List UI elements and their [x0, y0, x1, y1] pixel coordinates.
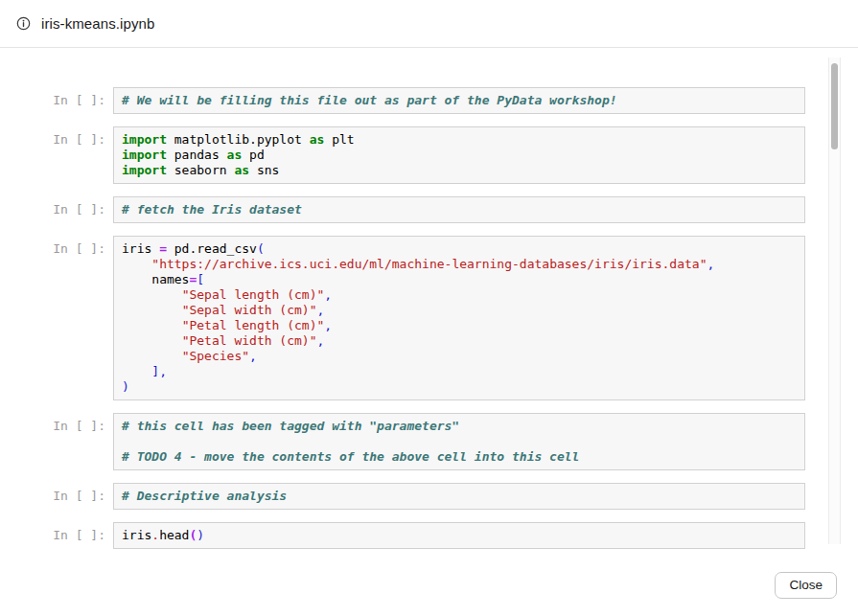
notebook-scroll-area[interactable]: In [ ]:# We will be filling this file ou…	[0, 48, 858, 556]
cell-prompt: In [ ]:	[53, 522, 105, 543]
notebook-cell: In [ ]:iris = pd.read_csv( "https://arch…	[53, 236, 805, 400]
cell-prompt: In [ ]:	[53, 413, 105, 434]
notebook-cell: In [ ]:import matplotlib.pyplot as plt i…	[53, 126, 805, 184]
notebook-cell: In [ ]:# this cell has been tagged with …	[53, 413, 805, 470]
close-button[interactable]: Close	[775, 572, 837, 599]
scrollbar-track[interactable]	[828, 57, 841, 544]
cell-prompt: In [ ]:	[53, 483, 105, 504]
cell-code-box[interactable]: iris.head()	[113, 522, 805, 549]
cell-code-box[interactable]: # fetch the Iris dataset	[113, 196, 805, 223]
cell-code-box[interactable]: iris = pd.read_csv( "https://archive.ics…	[113, 236, 805, 400]
cell-code-box[interactable]: # this cell has been tagged with "parame…	[113, 413, 805, 470]
cell-prompt: In [ ]:	[53, 196, 105, 217]
info-icon	[16, 16, 31, 31]
cell-code-box[interactable]: import matplotlib.pyplot as plt import p…	[113, 126, 805, 184]
cell-prompt: In [ ]:	[53, 236, 105, 257]
notebook-cells: In [ ]:# We will be filling this file ou…	[0, 48, 858, 549]
cell-prompt: In [ ]:	[53, 87, 105, 108]
cell-code-box[interactable]: # Descriptive analysis	[113, 483, 805, 510]
notebook-cell: In [ ]:# We will be filling this file ou…	[53, 87, 805, 114]
scrollbar-thumb[interactable]	[831, 63, 838, 149]
modal-footer: Close	[0, 556, 858, 616]
cell-prompt: In [ ]:	[53, 126, 105, 148]
modal-title: iris-kmeans.ipynb	[41, 15, 154, 32]
notebook-cell: In [ ]:iris.head()	[53, 522, 805, 549]
notebook-preview-modal: iris-kmeans.ipynb In [ ]:# We will be fi…	[0, 0, 858, 616]
notebook-cell: In [ ]:# Descriptive analysis	[53, 483, 805, 510]
modal-header: iris-kmeans.ipynb	[0, 0, 858, 48]
notebook-cell: In [ ]:# fetch the Iris dataset	[53, 196, 805, 223]
cell-code-box[interactable]: # We will be filling this file out as pa…	[113, 87, 805, 114]
